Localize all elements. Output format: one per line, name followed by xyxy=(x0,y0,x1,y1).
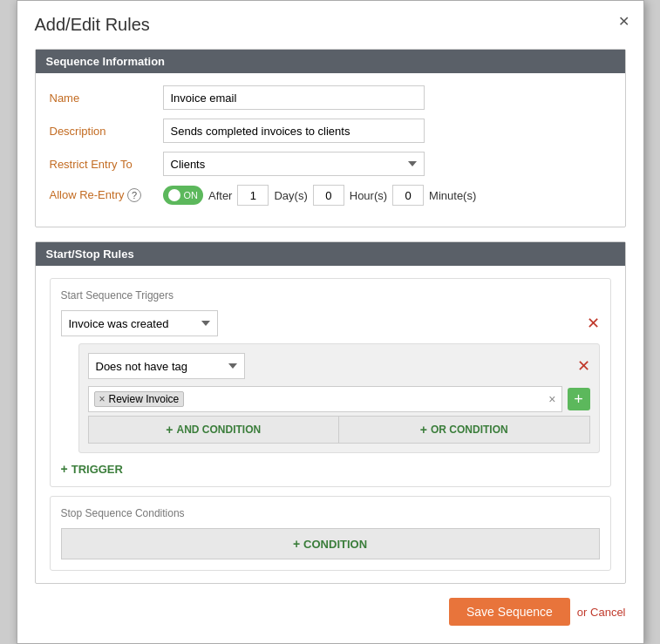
hours-label: Hour(s) xyxy=(350,189,387,202)
dialog-footer: Save Sequence or Cancel xyxy=(35,598,626,626)
add-trigger-button[interactable]: + TRIGGER xyxy=(61,462,123,476)
startstop-body: Start Sequence Triggers Invoice was crea… xyxy=(36,266,625,583)
tag-remove-icon[interactable]: × xyxy=(99,393,105,405)
stop-conditions-container: Stop Sequence Conditions + CONDITION xyxy=(50,496,611,571)
trigger-select[interactable]: Invoice was created Invoice was paid Con… xyxy=(61,310,218,336)
reentry-label: Allow Re-Entry ? xyxy=(50,188,163,202)
close-button[interactable]: ✕ xyxy=(618,13,629,30)
toggle-circle xyxy=(168,189,180,201)
description-label: Description xyxy=(50,125,163,138)
cancel-link[interactable]: or Cancel xyxy=(577,606,626,619)
and-condition-button[interactable]: + AND CONDITION xyxy=(88,416,339,444)
trigger-plus-icon: + xyxy=(61,462,68,476)
dialog: ✕ Add/Edit Rules Sequence Information Na… xyxy=(17,0,644,644)
condition-select[interactable]: Does not have tag Has tag Has email Does… xyxy=(88,353,245,379)
condition-box: Does not have tag Has tag Has email Does… xyxy=(78,343,600,453)
add-condition-button[interactable]: + CONDITION xyxy=(61,528,600,559)
reentry-label-text: Allow Re-Entry xyxy=(50,188,125,201)
restrict-row: Restrict Entry To Clients Leads Contacts… xyxy=(50,152,611,176)
condition-btn-label: CONDITION xyxy=(303,538,367,551)
condition-row: Does not have tag Has tag Has email Does… xyxy=(88,353,590,379)
days-input[interactable] xyxy=(237,185,269,206)
add-trigger-row: + TRIGGER xyxy=(61,462,600,476)
toggle-label: ON xyxy=(184,190,199,200)
save-sequence-button[interactable]: Save Sequence xyxy=(449,598,570,626)
trigger-row: Invoice was created Invoice was paid Con… xyxy=(61,310,600,336)
remove-condition-button[interactable]: ✕ xyxy=(577,358,590,374)
sequence-info-section: Sequence Information Name Description Re… xyxy=(35,49,626,227)
start-trigger-label: Start Sequence Triggers xyxy=(61,289,600,302)
days-label: Day(s) xyxy=(274,189,307,202)
reentry-toggle[interactable]: ON xyxy=(163,186,204,205)
name-input[interactable] xyxy=(163,85,425,110)
or-condition-button[interactable]: + OR CONDITION xyxy=(338,416,590,444)
tag-clear-icon[interactable]: × xyxy=(548,392,555,406)
minutes-label: Minute(s) xyxy=(429,189,476,202)
add-tag-button[interactable]: + xyxy=(568,388,590,410)
startstop-header: Start/Stop Rules xyxy=(36,242,625,266)
description-input[interactable] xyxy=(163,119,425,143)
tag-input-row: × Review Invoice × + xyxy=(88,386,590,412)
tag-label: Review Invoice xyxy=(109,393,180,405)
hours-input[interactable] xyxy=(313,185,344,206)
remove-trigger-button[interactable]: ✕ xyxy=(587,315,600,331)
or-label: OR CONDITION xyxy=(431,424,508,436)
minutes-input[interactable] xyxy=(392,185,424,206)
and-or-row: + AND CONDITION + OR CONDITION xyxy=(88,416,590,444)
sequence-info-body: Name Description Restrict Entry To Clien… xyxy=(36,73,625,227)
reentry-controls: ON After Day(s) Hour(s) Minute(s) xyxy=(163,185,477,206)
start-triggers-container: Start Sequence Triggers Invoice was crea… xyxy=(50,278,611,487)
and-label: AND CONDITION xyxy=(177,424,262,436)
tag-item: × Review Invoice xyxy=(94,391,185,407)
stop-label: Stop Sequence Conditions xyxy=(61,507,600,519)
after-label: After xyxy=(208,189,232,202)
tag-field[interactable]: × Review Invoice × xyxy=(88,386,562,412)
and-plus-icon: + xyxy=(166,423,173,437)
startstop-section: Start/Stop Rules Start Sequence Triggers… xyxy=(35,241,626,584)
dialog-title: Add/Edit Rules xyxy=(35,15,626,35)
name-row: Name xyxy=(50,85,611,110)
name-label: Name xyxy=(50,92,163,105)
reentry-row: Allow Re-Entry ? ON After Day(s) Hour(s)… xyxy=(50,185,611,206)
condition-plus-icon: + xyxy=(293,537,300,551)
description-row: Description xyxy=(50,119,611,143)
help-icon[interactable]: ? xyxy=(127,188,141,202)
or-plus-icon: + xyxy=(420,423,427,437)
restrict-label: Restrict Entry To xyxy=(50,158,163,171)
sequence-info-header: Sequence Information xyxy=(36,50,625,73)
restrict-select[interactable]: Clients Leads Contacts Everyone xyxy=(163,152,425,176)
trigger-btn-label: TRIGGER xyxy=(71,463,123,476)
